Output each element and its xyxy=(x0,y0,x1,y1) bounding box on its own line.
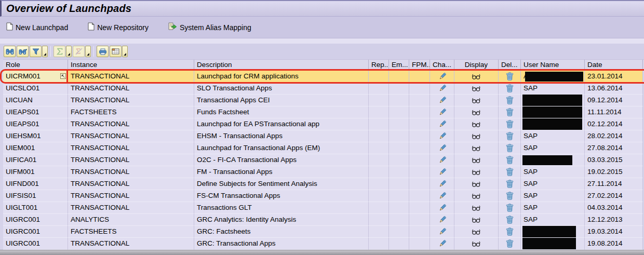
delete-trash-icon[interactable] xyxy=(506,168,514,176)
cell-user-name[interactable] xyxy=(521,238,585,250)
delete-trash-icon[interactable] xyxy=(506,239,514,248)
cell-fpm[interactable] xyxy=(409,142,430,154)
cell-role[interactable]: UIGRC001 xyxy=(3,238,68,250)
cell-user-name[interactable] xyxy=(521,118,585,130)
cell-date[interactable]: 04.03.2014 xyxy=(585,202,643,214)
cell-fpm[interactable] xyxy=(409,226,430,238)
display-glasses-icon[interactable] xyxy=(472,217,481,223)
delete-trash-icon[interactable] xyxy=(506,132,514,140)
display-glasses-icon[interactable] xyxy=(472,157,481,164)
cell-description[interactable]: GRC: Factsheets xyxy=(194,226,369,238)
cell-user-name[interactable]: SAP xyxy=(521,142,585,154)
cell-role[interactable]: UIGLT001 xyxy=(3,202,68,214)
table-row[interactable]: UIGRC001FACTSHEETSGRC: Factsheets19.03.2… xyxy=(3,226,644,238)
display-glasses-icon[interactable] xyxy=(472,85,481,92)
display-glasses-icon[interactable] xyxy=(472,205,481,211)
cell-instance[interactable]: TRANSACTIONAL xyxy=(68,238,194,250)
column-header-repository[interactable]: Rep... xyxy=(369,60,389,71)
layout-button[interactable] xyxy=(110,46,122,57)
delete-trash-icon[interactable] xyxy=(506,120,514,128)
cell-fpm[interactable] xyxy=(409,95,430,106)
display-glasses-icon[interactable] xyxy=(472,109,481,116)
cell-instance[interactable]: TRANSACTIONAL xyxy=(68,71,194,83)
cell-date[interactable]: 19.02.2015 xyxy=(585,166,643,178)
change-pencil-icon[interactable] xyxy=(438,144,446,152)
cell-fpm[interactable] xyxy=(409,118,430,130)
cell-fpm[interactable] xyxy=(409,71,430,83)
table-row[interactable]: UIFICA01TRANSACTIONALO2C - FI-CA Transac… xyxy=(3,154,644,166)
new-repository-button[interactable]: New Repository xyxy=(84,20,153,35)
cell-embed[interactable] xyxy=(389,95,409,106)
cell-date[interactable]: 03.03.2015 xyxy=(585,154,643,166)
cell-instance[interactable]: TRANSACTIONAL xyxy=(68,202,194,214)
cell-embed[interactable] xyxy=(389,190,409,202)
cell-description[interactable]: Launchpad for Transactional Apps (EM) xyxy=(194,142,369,154)
cell-embed[interactable] xyxy=(389,202,409,214)
delete-trash-icon[interactable] xyxy=(506,192,514,200)
cell-embed[interactable] xyxy=(389,226,409,238)
cell-instance[interactable]: TRANSACTIONAL xyxy=(68,95,194,106)
change-pencil-icon[interactable] xyxy=(438,192,446,200)
cell-repository[interactable] xyxy=(369,130,389,142)
cell-user-name[interactable]: A xyxy=(521,71,585,83)
cell-embed[interactable] xyxy=(389,130,409,142)
cell-fpm[interactable] xyxy=(409,202,430,214)
cell-embed[interactable] xyxy=(389,118,409,130)
column-header-instance[interactable]: Instance xyxy=(68,60,194,71)
cell-repository[interactable] xyxy=(369,166,389,178)
cell-embed[interactable] xyxy=(389,166,409,178)
cell-fpm[interactable] xyxy=(409,214,430,226)
cell-instance[interactable]: TRANSACTIONAL xyxy=(68,118,194,130)
cell-date[interactable]: 02.12.2014 xyxy=(585,118,643,130)
change-pencil-icon[interactable] xyxy=(438,120,446,128)
change-pencil-icon[interactable] xyxy=(438,204,446,212)
cell-description[interactable]: GRC Analytics: Identity Analysis xyxy=(194,214,369,226)
cell-fpm[interactable] xyxy=(409,190,430,202)
cell-role[interactable]: UIEHSM01 xyxy=(3,130,68,142)
cell-user-name[interactable]: SAP xyxy=(521,190,585,202)
column-header-delete[interactable]: Del... xyxy=(499,60,521,71)
display-glasses-icon[interactable] xyxy=(472,169,481,176)
cell-instance[interactable]: TRANSACTIONAL xyxy=(68,154,194,166)
change-pencil-icon[interactable] xyxy=(438,156,446,164)
cell-repository[interactable] xyxy=(369,202,389,214)
cell-fpm[interactable] xyxy=(409,130,430,142)
change-pencil-icon[interactable] xyxy=(438,168,446,176)
cell-date[interactable]: 19.03.2014 xyxy=(585,226,643,238)
cell-embed[interactable] xyxy=(389,178,409,190)
cell-embed[interactable] xyxy=(389,154,409,166)
cell-role[interactable]: UICUAN xyxy=(3,95,68,106)
cell-role[interactable]: UIFM001 xyxy=(3,166,68,178)
cell-description[interactable]: GRC: Transactional Apps xyxy=(194,238,369,250)
cell-description[interactable]: FS-CM Transactional Apps xyxy=(194,190,369,202)
delete-trash-icon[interactable] xyxy=(506,108,514,116)
cell-date[interactable]: 13.06.2014 xyxy=(585,83,643,95)
cell-role[interactable]: UIEAPS01 xyxy=(3,118,68,130)
cell-description[interactable]: EHSM - Transactional Apps xyxy=(194,130,369,142)
new-launchpad-button[interactable]: New Launchpad xyxy=(2,20,72,35)
cell-repository[interactable] xyxy=(369,142,389,154)
cell-description[interactable]: FM - Transactional Apps xyxy=(194,166,369,178)
cell-repository[interactable] xyxy=(369,214,389,226)
table-row[interactable]: UIEM001TRANSACTIONALLaunchpad for Transa… xyxy=(3,142,644,154)
change-pencil-icon[interactable] xyxy=(438,85,446,92)
table-row[interactable]: UIFSIS01TRANSACTIONALFS-CM Transactional… xyxy=(3,190,644,202)
cell-instance[interactable]: ANALYTICS xyxy=(68,214,194,226)
cell-instance[interactable]: FACTSHEETS xyxy=(68,106,194,118)
table-row[interactable]: UIFND001TRANSACTIONALDefine Subjects for… xyxy=(3,178,644,190)
cell-description[interactable]: SLO Transactional Apps xyxy=(194,83,369,95)
cell-date[interactable]: 23.01.2014 xyxy=(585,71,643,83)
cell-fpm[interactable] xyxy=(409,166,430,178)
delete-trash-icon[interactable] xyxy=(506,156,514,164)
column-header-description[interactable]: Description xyxy=(194,60,369,71)
cell-embed[interactable] xyxy=(389,71,409,83)
find-next-button[interactable] xyxy=(17,46,29,57)
cell-user-name[interactable] xyxy=(521,226,585,238)
cell-date[interactable]: 12.12.2013 xyxy=(585,214,643,226)
print-button[interactable] xyxy=(97,46,109,57)
cell-instance[interactable]: FACTSHEETS xyxy=(68,226,194,238)
cell-embed[interactable] xyxy=(389,83,409,95)
change-pencil-icon[interactable] xyxy=(438,216,446,224)
cell-repository[interactable] xyxy=(369,95,389,106)
cell-repository[interactable] xyxy=(369,118,389,130)
